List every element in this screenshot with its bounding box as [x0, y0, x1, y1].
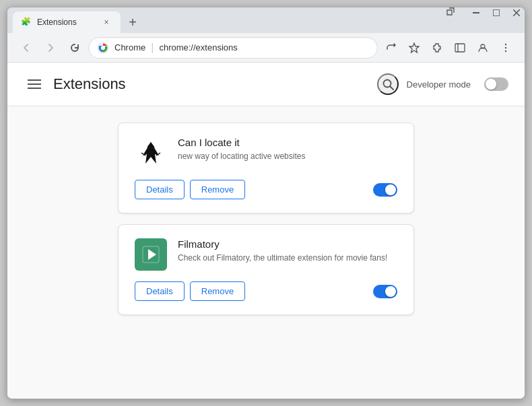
tab-label: Extensions: [37, 18, 95, 27]
more-button[interactable]: [495, 37, 517, 59]
active-tab[interactable]: 🧩 Extensions ×: [13, 11, 121, 33]
ext1-description: new way of locating active websites: [178, 151, 397, 162]
nav-bar: Chrome | chrome://extensions: [7, 33, 525, 63]
ext1-remove-button[interactable]: Remove: [190, 180, 245, 199]
ext2-footer: Details Remove: [135, 281, 397, 301]
ext2-icon: [135, 238, 167, 271]
ext1-toggle[interactable]: [373, 183, 397, 197]
back-button[interactable]: [15, 37, 37, 59]
developer-mode-label: Developer mode: [407, 79, 471, 90]
chrome-brand-label: Chrome: [114, 42, 145, 53]
close-button[interactable]: [506, 7, 525, 19]
svg-point-11: [505, 43, 506, 44]
address-text: chrome://extensions: [159, 42, 237, 53]
sidebar-button[interactable]: [449, 37, 471, 59]
ext2-remove-button[interactable]: Remove: [190, 281, 245, 301]
svg-point-12: [505, 46, 506, 48]
new-tab-button[interactable]: +: [123, 13, 142, 32]
nav-icons: [380, 37, 517, 59]
extensions-list: Can I locate it new way of locating acti…: [7, 106, 525, 331]
ext1-info: Can I locate it new way of locating acti…: [178, 137, 397, 162]
ext2-toggle-thumb: [385, 286, 396, 297]
ext2-description: Check out Filmatory, the ultimate extens…: [178, 252, 397, 264]
svg-rect-8: [455, 44, 465, 52]
ext1-details-button[interactable]: Details: [135, 180, 185, 199]
menu-icon[interactable]: [24, 73, 45, 95]
profile-button[interactable]: [472, 37, 494, 59]
svg-point-13: [505, 50, 506, 51]
page-header: Extensions Developer mode: [7, 63, 525, 106]
svg-marker-7: [409, 43, 419, 53]
reload-button[interactable]: [64, 37, 86, 59]
ext2-toggle[interactable]: [373, 285, 397, 298]
tab-close-button[interactable]: ×: [100, 16, 112, 28]
maximize-button[interactable]: [486, 7, 506, 19]
ext2-name: Filmatory: [178, 238, 397, 250]
bookmark-button[interactable]: [403, 37, 425, 59]
svg-line-18: [390, 87, 393, 90]
restore-down-icon[interactable]: [443, 7, 458, 20]
tab-extensions-icon: 🧩: [21, 17, 32, 28]
chrome-logo-icon: [97, 42, 109, 54]
ext2-details-button[interactable]: Details: [135, 281, 185, 301]
ext1-toggle-thumb: [385, 184, 396, 195]
ext1-icon: [135, 137, 167, 169]
ext2-header: Filmatory Check out Filmatory, the ultim…: [135, 238, 397, 271]
extension-card-2: Filmatory Check out Filmatory, the ultim…: [118, 224, 414, 315]
title-bar: 🧩 Extensions × +: [7, 7, 525, 33]
svg-point-6: [101, 46, 105, 50]
ext1-header: Can I locate it new way of locating acti…: [135, 137, 397, 169]
svg-point-17: [383, 80, 391, 88]
ext1-name: Can I locate it: [178, 137, 397, 148]
forward-button[interactable]: [40, 37, 61, 59]
page-title: Extensions: [53, 75, 369, 93]
svg-rect-0: [473, 12, 479, 13]
extension-card-1: Can I locate it new way of locating acti…: [118, 123, 414, 213]
search-button[interactable]: [377, 73, 399, 95]
share-button[interactable]: [380, 37, 402, 59]
toggle-thumb: [486, 79, 496, 90]
svg-marker-24: [148, 249, 156, 260]
page-content: Extensions Developer mode: [7, 63, 525, 399]
address-bar[interactable]: Chrome | chrome://extensions: [88, 37, 378, 59]
developer-mode-toggle[interactable]: [484, 77, 508, 91]
browser-window: 🧩 Extensions × +: [7, 7, 525, 399]
ext1-footer: Details Remove: [135, 180, 397, 199]
svg-rect-1: [493, 9, 500, 16]
address-divider: |: [151, 42, 154, 54]
minimize-button[interactable]: [466, 7, 486, 19]
extensions-button[interactable]: [426, 37, 448, 59]
ext2-info: Filmatory Check out Filmatory, the ultim…: [178, 238, 397, 264]
